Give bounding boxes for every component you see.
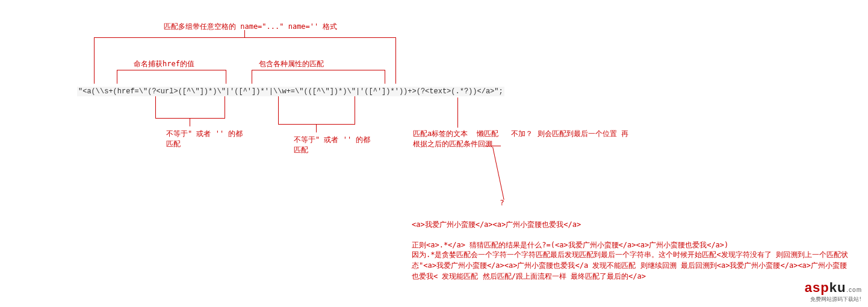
- named-capture-bracket: [117, 70, 226, 84]
- not-quote-2: 不等于" 或者 '' 的都 匹配: [294, 135, 370, 155]
- example-a-tags: <a>我爱广州小蛮腰</a><a>广州小蛮腰也爱我</a>: [412, 219, 845, 230]
- attr-match-label: 包含各种属性的匹配: [259, 59, 324, 69]
- watermark-com: .com: [846, 287, 862, 293]
- underline-huisu: [485, 146, 501, 146]
- watermark: aspku.com 免费网站源码下载站!: [805, 280, 862, 303]
- watermark-sub: 免费网站源码下载站!: [805, 296, 862, 303]
- watermark-ku: ku: [829, 280, 846, 295]
- question-mark: ?: [500, 197, 504, 208]
- attr-match-bracket: [252, 70, 385, 84]
- top-annotation: 匹配多组带任意空格的 name="..." name='' 格式: [164, 22, 338, 32]
- lazy-match-text: 匹配a标签的文本 懒匹配 不加？ 则会匹配到最后一个位置 再 根据之后的匹配条件…: [413, 129, 628, 149]
- watermark-asp: asp: [805, 280, 829, 295]
- notquote-stem-1: [190, 118, 190, 126]
- notquote-bracket-2: [278, 96, 355, 125]
- regex-code: "<a(\\s+(href=\"(?<url>([^\"])*)\"|'([^'…: [77, 87, 504, 96]
- diagonal-to-q: [492, 147, 504, 200]
- notquote-bracket-1: [155, 96, 225, 119]
- lazy-match-line: [457, 98, 458, 128]
- named-capture-label: 命名捕获href的值: [134, 59, 194, 69]
- not-quote-1: 不等于" 或者 '' 的都 匹配: [166, 129, 243, 149]
- outer-bracket-stem: [244, 30, 245, 37]
- explain-line-2: 因为.*是贪婪匹配会一个字符一个字符匹配最后发现匹配到最后一个字符串。这个时候开…: [412, 249, 851, 282]
- notquote-stem-2: [316, 124, 317, 132]
